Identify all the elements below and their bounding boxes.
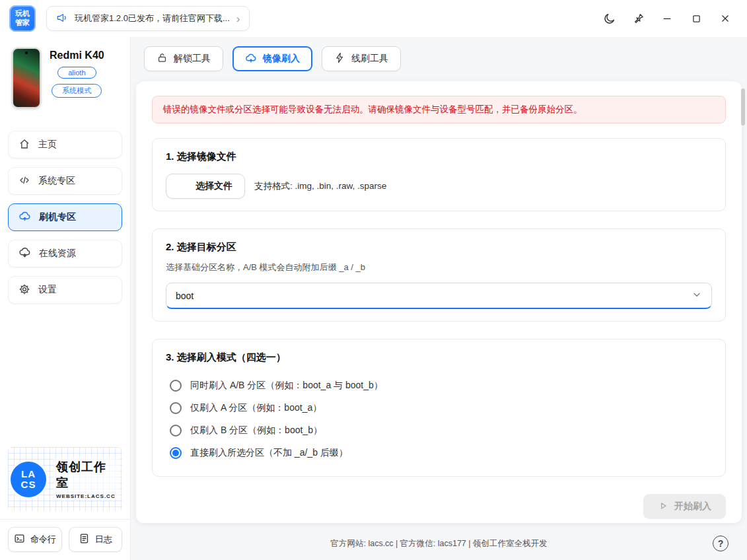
studio-website: WEBSITE:LACS.CC [56, 493, 117, 499]
log-button[interactable]: 日志 [69, 527, 123, 552]
cloud-download-icon [18, 246, 31, 261]
content-card: 错误的镜像文件或分区选择可能导致设备无法启动。请确保镜像文件与设备型号匹配，并已… [136, 81, 742, 523]
flash-mode-option-a[interactable]: 仅刷入 A 分区（例如：boot_a） [166, 397, 712, 419]
tab-fastboot-tools[interactable]: 线刷工具 [322, 46, 401, 71]
option-label: 直接刷入所选分区（不加 _a/_b 后缀） [190, 447, 348, 459]
studio-name: 领创工作室 [56, 459, 117, 491]
device-info: Redmi K40 alioth 系统模式 [50, 48, 104, 108]
start-flash-label: 开始刷入 [674, 501, 711, 512]
device-panel: Redmi K40 alioth 系统模式 [8, 46, 122, 108]
partition-select-value: boot [176, 291, 194, 301]
radio-icon[interactable] [170, 402, 182, 414]
footer-text: 官方网站: lacs.cc | 官方微信: lacs177 | 领创工作室全栈开… [330, 538, 547, 549]
device-name: Redmi K40 [50, 50, 104, 61]
flash-mode-option-direct[interactable]: 直接刷入所选分区（不加 _a/_b 后缀） [166, 442, 712, 464]
section-select-partition: 2. 选择目标分区 选择基础分区名称，A/B 模式会自动附加后缀 _a / _b… [152, 228, 726, 322]
app-window: 玩机 管家 玩机管家1.2.0已发布，请前往官网下载... › [0, 0, 747, 560]
code-icon [18, 174, 30, 188]
option-label: 仅刷入 A 分区（例如：boot_a） [190, 402, 322, 414]
studio-text: 领创工作室 WEBSITE:LACS.CC [53, 458, 120, 501]
close-icon[interactable] [714, 9, 736, 28]
studio-logo-top: LA [21, 469, 36, 479]
flash-mode-option-b[interactable]: 仅刷入 B 分区（例如：boot_b） [166, 419, 712, 442]
tab-image-flash[interactable]: 镜像刷入 [232, 46, 312, 71]
unlock-icon [157, 52, 168, 65]
option-label: 仅刷入 B 分区（例如：boot_b） [190, 425, 322, 437]
log-label: 日志 [95, 534, 112, 545]
footer: 官方网站: lacs.cc | 官方微信: lacs177 | 领创工作室全栈开… [131, 527, 747, 560]
device-image [12, 48, 41, 108]
megaphone-icon [56, 12, 68, 26]
partition-select[interactable]: boot [166, 283, 712, 309]
radio-icon-checked[interactable] [170, 447, 182, 459]
sidebar-divider [0, 519, 130, 520]
flash-mode-option-ab[interactable]: 同时刷入 A/B 分区（例如：boot_a 与 boot_b） [166, 374, 712, 397]
play-icon [658, 501, 668, 513]
sidebar-item-label: 主页 [38, 139, 57, 151]
radio-icon[interactable] [170, 425, 182, 437]
tab-label: 镜像刷入 [263, 53, 300, 65]
terminal-icon [14, 533, 25, 546]
sidebar: Redmi K40 alioth 系统模式 主页 系统专区 刷机专区 [0, 37, 131, 560]
sidebar-item-label: 刷机专区 [39, 211, 76, 223]
tab-label: 解锁工具 [174, 53, 211, 65]
app-logo: 玩机 管家 [9, 5, 36, 32]
theme-toggle-moon-icon[interactable] [598, 9, 620, 28]
app-logo-line2: 管家 [15, 18, 30, 28]
device-codename-badge: alioth [57, 67, 96, 79]
studio-logo-bottom: CS [21, 479, 36, 490]
lightning-icon [334, 52, 345, 65]
main-area: 解锁工具 镜像刷入 线刷工具 错误的镜像文件或分区选择可能导致设备无法启动。请确… [131, 37, 747, 560]
sidebar-nav: 主页 系统专区 刷机专区 在线资源 设置 [8, 131, 122, 304]
sidebar-item-settings[interactable]: 设置 [8, 276, 122, 304]
sidebar-item-home[interactable]: 主页 [8, 131, 122, 158]
commandline-label: 命令行 [30, 534, 56, 545]
section-title: 1. 选择镜像文件 [166, 151, 712, 163]
announcement-banner[interactable]: 玩机管家1.2.0已发布，请前往官网下载... › [46, 6, 250, 31]
minimize-icon[interactable] [656, 9, 678, 28]
partition-subtitle: 选择基础分区名称，A/B 模式会自动附加后缀 _a / _b [166, 262, 712, 273]
home-icon [18, 138, 30, 152]
section-title: 3. 选择刷入模式（四选一） [166, 351, 712, 364]
scrollbar-thumb[interactable] [741, 88, 745, 125]
app-logo-line1: 玩机 [15, 9, 30, 18]
radio-icon[interactable] [170, 380, 182, 392]
tab-bar: 解锁工具 镜像刷入 线刷工具 [131, 37, 747, 81]
sidebar-item-label: 设置 [38, 284, 57, 296]
file-icon [178, 180, 190, 193]
cloud-upload-icon [245, 52, 257, 66]
section-title: 2. 选择目标分区 [166, 241, 712, 254]
tab-unlock-tools[interactable]: 解锁工具 [144, 46, 223, 71]
window-controls [598, 9, 736, 28]
studio-branding: LA CS 领创工作室 WEBSITE:LACS.CC [8, 447, 122, 511]
warning-banner: 错误的镜像文件或分区选择可能导致设备无法启动。请确保镜像文件与设备型号匹配，并已… [152, 96, 726, 123]
help-icon[interactable]: ? [713, 536, 729, 551]
titlebar: 玩机 管家 玩机管家1.2.0已发布，请前往官网下载... › [0, 0, 747, 37]
pin-icon[interactable] [627, 9, 649, 28]
cloud-upload-icon [18, 210, 31, 225]
chevron-right-icon: › [236, 13, 240, 24]
sidebar-item-label: 系统专区 [38, 175, 75, 187]
option-label: 同时刷入 A/B 分区（例如：boot_a 与 boot_b） [190, 380, 383, 392]
section-select-image: 1. 选择镜像文件 选择文件 支持格式: .img, .bin, .raw, .… [152, 138, 726, 211]
start-flash-button[interactable]: 开始刷入 [643, 494, 726, 519]
sidebar-item-flash[interactable]: 刷机专区 [8, 203, 122, 231]
announcement-text: 玩机管家1.2.0已发布，请前往官网下载... [75, 13, 230, 24]
choose-file-label: 选择文件 [196, 180, 232, 192]
sidebar-item-online[interactable]: 在线资源 [8, 240, 122, 267]
supported-formats-hint: 支持格式: .img, .bin, .raw, .sparse [254, 180, 386, 192]
chevron-down-icon [692, 289, 702, 302]
device-mode-badge: 系统模式 [52, 84, 102, 98]
maximize-icon[interactable] [685, 9, 707, 28]
sidebar-item-label: 在线资源 [39, 248, 76, 260]
tab-label: 线刷工具 [351, 53, 388, 65]
gear-icon [18, 283, 30, 297]
studio-logo: LA CS [11, 462, 46, 497]
sidebar-tools: 命令行 日志 [8, 527, 122, 552]
choose-file-button[interactable]: 选择文件 [166, 174, 245, 199]
section-flash-mode: 3. 选择刷入模式（四选一） 同时刷入 A/B 分区（例如：boot_a 与 b… [152, 339, 726, 477]
log-icon [79, 533, 90, 546]
sidebar-item-system[interactable]: 系统专区 [8, 167, 122, 195]
commandline-button[interactable]: 命令行 [8, 527, 62, 552]
